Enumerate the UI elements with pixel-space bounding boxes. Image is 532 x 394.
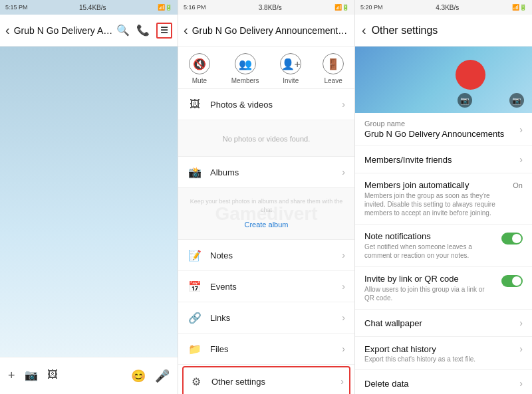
invite-button[interactable]: 👤+ Invite	[280, 53, 301, 84]
export-chat-desc: Export this chat's history as a text fil…	[364, 355, 523, 363]
chat-title: Grub N Go Delivery Announ... (1)	[14, 25, 116, 36]
export-chat-title-row: Export chat history ›	[364, 344, 523, 354]
chat-wallpaper-arrow: ›	[519, 318, 523, 328]
events-icon: 📅	[188, 279, 202, 294]
chat-bottom-bar: + 📷 🖼 😊 🎤	[0, 357, 178, 394]
mic-icon[interactable]: 🎤	[155, 369, 170, 383]
export-chat-setting[interactable]: Export chat history › Export this chat's…	[355, 337, 532, 370]
mute-label: Mute	[192, 77, 207, 84]
members-join-desc: Members join the group as soon as they'r…	[364, 191, 507, 217]
other-settings-title: Other settings	[372, 25, 438, 37]
notes-arrow: ›	[342, 250, 345, 260]
note-notif-toggle-container	[501, 233, 523, 245]
notes-icon: 📝	[188, 248, 202, 262]
note-notif-toggle[interactable]	[501, 233, 523, 245]
camera-badge-1[interactable]: 📷	[458, 93, 472, 108]
note-notifications-setting[interactable]: Note notifications Get notified when som…	[355, 225, 532, 267]
group-name-setting[interactable]: Group name Grub N Go Delivery Announceme…	[355, 113, 532, 146]
members-invite-setting[interactable]: Members/Invite friends ›	[355, 146, 532, 173]
links-label: Links	[210, 313, 342, 323]
events-label: Events	[210, 282, 342, 292]
other-settings-label: Other settings	[211, 377, 340, 387]
members-join-setting[interactable]: Members join automatically Members join …	[355, 173, 532, 225]
group-name-arrow: ›	[519, 124, 523, 135]
create-album-container: Create album	[185, 218, 348, 230]
emoji-icon[interactable]: 😊	[131, 369, 146, 383]
invite-link-title: Invite by link or QR code	[364, 274, 496, 284]
members-invite-title: Members/Invite friends	[364, 155, 519, 165]
gallery-icon[interactable]: 🖼	[47, 369, 58, 383]
camera-icon[interactable]: 📷	[25, 369, 38, 383]
leave-icon: 🚪	[323, 53, 344, 74]
chat-back-button[interactable]: ‹	[5, 23, 10, 38]
delete-data-title: Delete data	[364, 379, 519, 389]
status-bar-2: 5:16 PM 3.8KB/s 📶🔋	[178, 0, 354, 15]
photos-icon: 🖼	[188, 97, 202, 112]
group-image-area: 📷 📷	[355, 47, 532, 113]
members-join-badge: On	[513, 181, 523, 189]
leave-button[interactable]: 🚪 Leave	[323, 53, 344, 84]
call-icon[interactable]: 📞	[136, 24, 150, 37]
status-speed-1: 15.4KB/s	[79, 4, 106, 11]
group-name-label: Group name	[364, 120, 519, 128]
delete-data-setting[interactable]: Delete data ›	[355, 370, 532, 394]
status-speed-3: 4.3KB/s	[436, 4, 459, 11]
note-notif-content: Note notifications Get notified when som…	[364, 231, 496, 260]
members-join-content: Members join automatically Members join …	[364, 180, 507, 217]
links-item[interactable]: 🔗 Links ›	[178, 302, 354, 334]
group-info-panel: 5:16 PM 3.8KB/s 📶🔋 ‹ Grub N Go Delivery …	[178, 0, 355, 394]
group-action-bar: 🔇 Mute 👥 Members 👤+ Invite 🚪 Leave	[178, 47, 354, 89]
chat-bottom-left-icons: + 📷 🖼	[8, 369, 58, 383]
files-item[interactable]: 📁 Files ›	[178, 334, 354, 365]
invite-link-toggle-container	[501, 275, 523, 287]
members-icon: 👥	[235, 53, 256, 74]
photos-arrow: ›	[342, 99, 345, 110]
other-settings-arrow: ›	[340, 376, 344, 387]
invite-link-content: Invite by link or QR code Allow users to…	[364, 274, 496, 302]
status-icons-3: 📶🔋	[512, 4, 527, 11]
links-arrow: ›	[342, 312, 345, 323]
invite-link-setting[interactable]: Invite by link or QR code Allow users to…	[355, 267, 532, 310]
settings-list: Group name Grub N Go Delivery Announceme…	[355, 113, 532, 394]
note-notif-desc: Get notified when someone leaves a comme…	[364, 243, 496, 260]
other-settings-back-button[interactable]: ‹	[362, 23, 366, 38]
mute-button[interactable]: 🔇 Mute	[189, 53, 210, 84]
delete-data-arrow: ›	[519, 378, 523, 389]
group-name-value: Grub N Go Delivery Announcements	[364, 129, 519, 139]
status-speed-2: 3.8KB/s	[259, 4, 282, 11]
other-settings-panel: 5:20 PM 4.3KB/s 📶🔋 ‹ Other settings 📷 📷 …	[355, 0, 532, 394]
albums-arrow: ›	[342, 167, 345, 177]
export-chat-title: Export chat history	[364, 344, 436, 354]
members-join-right: On	[513, 181, 523, 189]
search-icon[interactable]: 🔍	[116, 24, 130, 37]
group-info-title: Grub N Go Delivery Announcements(1)	[192, 25, 349, 36]
menu-icon[interactable]: ☰	[156, 23, 172, 39]
group-info-top-bar: ‹ Grub N Go Delivery Announcements(1)	[178, 15, 354, 47]
chat-top-icons: 🔍 📞 ☰	[116, 23, 172, 39]
no-photos-area: No photos or videos found.	[178, 120, 354, 157]
albums-item[interactable]: 📸 Albums ›	[178, 157, 354, 188]
group-name-content: Group name Grub N Go Delivery Announceme…	[364, 120, 519, 139]
files-label: Files	[210, 344, 342, 354]
status-bar-1: 5:15 PM 15.4KB/s 📶🔋	[0, 0, 178, 15]
camera-badge-2[interactable]: 📷	[509, 93, 524, 108]
notes-item[interactable]: 📝 Notes ›	[178, 240, 354, 271]
photos-videos-item[interactable]: 🖼 Photos & videos ›	[178, 89, 354, 120]
albums-label: Albums	[210, 167, 342, 177]
events-item[interactable]: 📅 Events ›	[178, 271, 354, 302]
leave-label: Leave	[324, 77, 342, 84]
members-button[interactable]: 👥 Members	[231, 53, 259, 84]
other-settings-item[interactable]: ⚙ Other settings ›	[182, 366, 350, 394]
members-invite-arrow: ›	[519, 154, 523, 165]
photos-label: Photos & videos	[210, 100, 342, 110]
chat-bottom-right-icons: 😊 🎤	[131, 369, 170, 383]
add-icon[interactable]: +	[8, 369, 15, 383]
group-info-back-button[interactable]: ‹	[184, 23, 188, 38]
files-icon: 📁	[188, 342, 202, 356]
invite-link-toggle[interactable]	[501, 275, 523, 287]
invite-icon: 👤+	[280, 53, 301, 74]
create-album-button[interactable]: Create album	[244, 221, 288, 229]
events-arrow: ›	[342, 281, 345, 292]
chat-wallpaper-setting[interactable]: Chat wallpaper ›	[355, 310, 532, 337]
mute-icon: 🔇	[189, 53, 210, 74]
